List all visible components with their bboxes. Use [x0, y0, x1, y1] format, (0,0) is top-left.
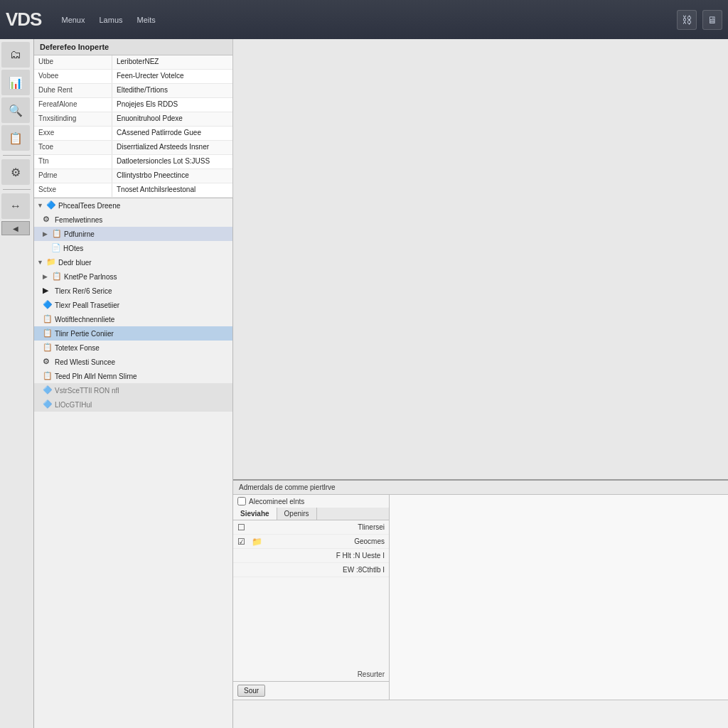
sidebar-item-4[interactable]: 📋 — [1, 125, 30, 151]
tree-label-5: Dedr bluer — [58, 259, 92, 267]
prop-row-9: Sctxe Tnoset Antchilsrleestonal — [34, 183, 232, 198]
tree-node-icon-5: 📁 — [46, 257, 56, 267]
prop-label-7: Ttn — [34, 155, 112, 168]
menu-menux[interactable]: Menux — [55, 13, 90, 27]
tree-node-icon-13: 📋 — [43, 371, 53, 381]
tree-node-icon-2: ⚙ — [43, 215, 53, 225]
tree-item-root-1[interactable]: ▼ 🔷 PhcealTees Dreene — [34, 198, 232, 213]
screen-icon[interactable]: 🖥 — [702, 10, 722, 30]
expand-icon-3[interactable]: ▶ — [43, 230, 50, 237]
prop-value-5: CAssened Patlirrode Guee — [112, 127, 232, 140]
tree-label-13: Teed Pln Allrl Nemn Slirne — [55, 373, 137, 380]
tree-panel: ▼ 🔷 PhcealTees Dreene ⚙ Femelwetinnes ▶ … — [34, 198, 232, 728]
tree-item-9[interactable]: 📋 Wotiftlechnennliete — [34, 312, 232, 326]
sidebar-item-2[interactable]: 📊 — [1, 70, 30, 95]
prop-value-7: Datloetersioncles Lot S:JUSS — [112, 155, 232, 168]
tree-node-icon-9: 📋 — [43, 314, 53, 324]
tree-label-12: Red Wlesti Suncee — [55, 358, 115, 366]
tree-label-15: LlOcGTIHul — [55, 401, 92, 409]
prop-row-4: Tnxsitinding Enuonitruhool Pdexe — [34, 112, 232, 127]
properties-panel: Deferefeo Inoperte Utbe LeriboterNEZ Vob… — [34, 39, 233, 198]
prop-row-1: Vobee Feen-Urecter Votelce — [34, 70, 232, 84]
connect-icon[interactable]: ⛓ — [677, 10, 697, 30]
sidebar-item-3[interactable]: 🔍 — [1, 97, 30, 123]
tree-item-7[interactable]: ▶ Tlerx Rer/6 Serice — [34, 284, 232, 298]
tree-node-icon-1: 🔷 — [46, 200, 56, 210]
sour-button[interactable]: Sour — [237, 685, 265, 697]
prop-label-6: Tcoe — [34, 141, 112, 154]
prop-value-4: Enuonitruhool Pdexe — [112, 112, 232, 126]
bottom-content: Alecomineel elnts Sieviahe Openirs ☐ Tli… — [233, 495, 728, 700]
expand-icon-6[interactable]: ▶ — [43, 273, 50, 280]
tree-node-icon-11: 📋 — [43, 343, 53, 353]
sidebar-icon-4: 📋 — [9, 132, 23, 145]
tree-label-7: Tlerx Rer/6 Serice — [55, 287, 112, 295]
list-item-1[interactable]: ☐ Tlinersei — [233, 520, 389, 535]
tree-node-icon-10: 📋 — [43, 328, 53, 338]
bottom-tabs: Sieviahe Openirs — [233, 508, 389, 520]
sidebar-divider-2 — [3, 189, 31, 190]
tree-node-icon-14: 🔷 — [43, 385, 53, 395]
sidebar: 🗂 📊 🔍 📋 ⚙ ↔ ◀ — [0, 39, 34, 728]
list-item-3: F Hlt :N Ueste I — [233, 549, 389, 563]
prop-label-9: Sctxe — [34, 183, 112, 197]
bottom-input-area — [233, 700, 728, 728]
prop-label-4: Tnxsitinding — [34, 112, 112, 126]
workspace: Deferefeo Inoperte Utbe LeriboterNEZ Vob… — [34, 39, 728, 728]
tree-label-1: PhcealTees Dreene — [58, 202, 120, 210]
tree-item-5[interactable]: ▼ 📁 Dedr bluer — [34, 255, 232, 269]
prop-label-1: Vobee — [34, 70, 112, 83]
menu-bar: Menux Lamus Meits — [55, 13, 161, 27]
tree-item-10[interactable]: 📋 Tlinr Pertie Coniier — [34, 326, 232, 341]
list-text-2: Geocmes — [266, 537, 385, 545]
alecomineel-checkbox[interactable] — [237, 497, 246, 505]
sidebar-item-1[interactable]: 🗂 — [1, 42, 30, 68]
sidebar-icon-5: ⚙ — [11, 166, 21, 179]
list-item-2[interactable]: ☑ 📁 Geocmes — [233, 535, 389, 549]
sidebar-item-6[interactable]: ↔ — [1, 193, 30, 219]
prop-value-6: Diserrtialized Arsteeds Insner — [112, 141, 232, 154]
expand-icon-5[interactable]: ▼ — [37, 259, 44, 266]
bottom-right-panel — [390, 495, 728, 700]
sidebar-divider-1 — [3, 155, 31, 156]
sidebar-expand[interactable]: ◀ — [1, 221, 30, 235]
tree-item-3[interactable]: ▶ 📋 Pdfunirne — [34, 227, 232, 241]
menu-meits[interactable]: Meits — [132, 13, 161, 27]
menu-lamus[interactable]: Lamus — [94, 13, 129, 27]
tree-item-12[interactable]: ⚙ Red Wlesti Suncee — [34, 355, 232, 369]
list-folder-icon-2: 📁 — [252, 537, 263, 547]
tree-item-15[interactable]: 🔷 LlOcGTIHul — [34, 397, 232, 412]
tab-openirs[interactable]: Openirs — [277, 508, 317, 520]
tree-item-2[interactable]: ⚙ Femelwetinnes — [34, 213, 232, 227]
tree-label-10: Tlinr Pertie Coniier — [55, 330, 114, 338]
tree-item-14[interactable]: 🔷 VstrSceTTIl RON nfl — [34, 383, 232, 397]
main-canvas — [233, 39, 728, 479]
expand-icon-1[interactable]: ▼ — [37, 202, 44, 209]
bottom-section: Admerdals de comme piertlrve Alecomineel… — [233, 479, 728, 728]
bottom-toolbar: Admerdals de comme piertlrve — [233, 481, 728, 495]
title-bar: VDS Menux Lamus Meits ⛓ 🖥 — [0, 0, 728, 39]
prop-label-0: Utbe — [34, 55, 112, 69]
tree-label-4: HOtes — [63, 245, 83, 252]
list-sub-text-4: EW :8Cthtlb I — [247, 566, 385, 574]
tree-label-9: Wotiftlechnennliete — [55, 316, 114, 323]
sidebar-item-5[interactable]: ⚙ — [1, 159, 30, 185]
tree-item-6[interactable]: ▶ 📋 KnetPe Parlnoss — [34, 269, 232, 284]
prop-row-8: Pdrne Cllintystrbo Pneectince — [34, 169, 232, 183]
tree-item-13[interactable]: 📋 Teed Pln Allrl Nemn Slirne — [34, 369, 232, 383]
prop-label-3: FereafAlone — [34, 98, 112, 112]
list-item-4: EW :8Cthtlb I — [233, 563, 389, 577]
tree-item-4[interactable]: 📄 HOtes — [34, 241, 232, 255]
tab-sieviahe[interactable]: Sieviahe — [233, 508, 277, 520]
prop-row-7: Ttn Datloetersioncles Lot S:JUSS — [34, 155, 232, 169]
left-panel: Deferefeo Inoperte Utbe LeriboterNEZ Vob… — [34, 39, 233, 728]
prop-value-3: Pnojejes Els RDDS — [112, 98, 232, 112]
properties-title: Deferefeo Inoperte — [34, 39, 232, 55]
tree-label-8: Tlexr Peall Trasetiier — [55, 301, 119, 309]
tree-item-8[interactable]: 🔷 Tlexr Peall Trasetiier — [34, 298, 232, 312]
tree-item-11[interactable]: 📋 Totetex Fonse — [34, 341, 232, 355]
list-icon-1: ☐ — [237, 523, 249, 532]
tree-node-icon-4: 📄 — [51, 243, 61, 253]
tree-label-2: Femelwetinnes — [55, 216, 102, 224]
sidebar-icon-3: 🔍 — [9, 104, 23, 117]
